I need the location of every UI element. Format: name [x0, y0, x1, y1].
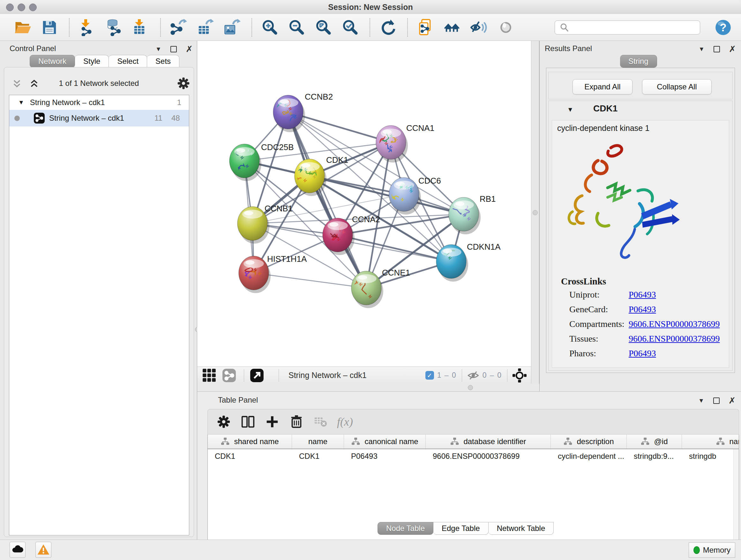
node-count: 11 [154, 114, 162, 123]
network-node-RB1[interactable] [449, 197, 481, 234]
column-header-name[interactable]: name [292, 435, 344, 449]
tab-network-table[interactable]: Network Table [488, 522, 554, 535]
import-network-icon[interactable] [78, 19, 96, 36]
string-home-icon[interactable] [444, 19, 461, 36]
network-row[interactable]: String Network – cdk1 11 48 [9, 110, 189, 126]
panel-maximize-icon[interactable] [714, 46, 720, 52]
tab-sets[interactable]: Sets [147, 55, 179, 68]
column-header-namespace[interactable]: namespace [682, 435, 739, 449]
gene-name: CDK1 [593, 104, 617, 114]
open-in-cytoscape-web-icon[interactable] [417, 19, 434, 36]
panel-float-icon[interactable]: ▼ [698, 397, 704, 404]
shared-column-icon [220, 437, 230, 446]
canvas-results-splitter[interactable] [531, 41, 539, 391]
refresh-network-view-icon[interactable] [379, 19, 396, 36]
network-node-CCNE1[interactable] [349, 271, 383, 308]
export-image-icon[interactable] [223, 19, 241, 36]
network-node-CCNB2[interactable] [273, 95, 305, 132]
panel-maximize-icon[interactable] [171, 46, 177, 52]
enhanced-graphics-show-icon[interactable] [497, 19, 515, 36]
network-node-CCNA2[interactable] [323, 218, 354, 255]
cell-canonical-name[interactable]: P06493 [344, 452, 426, 461]
tree-expander-icon[interactable]: ▼ [18, 99, 24, 106]
export-table-icon[interactable] [197, 19, 214, 36]
zoom-in-icon[interactable] [261, 19, 278, 36]
zoom-selected-icon[interactable] [341, 19, 359, 36]
zoom-out-icon[interactable] [288, 19, 305, 36]
panel-float-icon[interactable]: ▼ [698, 46, 704, 53]
panel-close-icon[interactable]: ✗ [186, 44, 193, 54]
help-icon[interactable]: ? [715, 19, 731, 36]
collapse-all-button[interactable]: Collapse All [642, 79, 712, 95]
column-label: shared name [234, 437, 279, 446]
crosslink-genecard-link[interactable]: P06493 [629, 304, 656, 314]
tab-node-table[interactable]: Node Table [378, 522, 433, 535]
panel-float-icon[interactable]: ▼ [155, 46, 161, 53]
network-node-HIST1H1A[interactable] [239, 256, 271, 293]
column-header-database-identifier[interactable]: database identifier [426, 435, 551, 449]
settings-gear-icon[interactable] [216, 414, 231, 429]
crosslink-pharos-link[interactable]: P06493 [629, 348, 656, 358]
expand-collapse-box: Expand All Collapse All [548, 72, 733, 99]
section-collapse-icon[interactable]: ▼ [567, 106, 574, 113]
network-node-CDKN1A[interactable] [436, 245, 468, 282]
expand-all-button[interactable]: Expand All [572, 79, 632, 95]
results-panel-title: Results Panel [545, 44, 592, 53]
column-header-description[interactable]: description [551, 435, 627, 449]
function-builder-icon[interactable]: f(x) [337, 414, 353, 429]
memory-status-icon [693, 546, 700, 554]
selected-checkbox-icon[interactable]: ✓ [425, 371, 434, 380]
column-header-shared-name[interactable]: shared name [208, 435, 292, 449]
cell-namespace[interactable]: stringdb [682, 452, 739, 461]
network-collection-row[interactable]: ▼ String Network – cdk1 1 [9, 95, 189, 110]
node-label-CDC6: CDC6 [418, 176, 441, 186]
tab-style[interactable]: Style [75, 55, 109, 68]
zoom-fit-icon[interactable] [315, 19, 332, 36]
crosslink-tissues-link[interactable]: 9606.ENSP00000378699 [629, 334, 720, 344]
split-columns-icon[interactable] [240, 414, 256, 429]
gene-details: cyclin-dependent kinase 1 [552, 120, 729, 368]
search-icon [559, 23, 569, 32]
search-input[interactable] [555, 20, 700, 35]
save-session-icon[interactable] [41, 19, 58, 36]
fit-crosshair-icon[interactable] [513, 368, 527, 382]
node-label-CDC25B: CDC25B [261, 142, 294, 152]
cell-description[interactable]: cyclin-dependent ... [551, 452, 627, 461]
panel-maximize-icon[interactable] [713, 397, 720, 404]
cell--id[interactable]: stringdb:9... [627, 452, 682, 461]
delete-row-icon[interactable] [289, 414, 304, 429]
grid-view-icon[interactable] [202, 368, 217, 383]
open-in-new-icon[interactable] [249, 368, 265, 383]
import-table-icon[interactable] [132, 19, 149, 36]
network-node-CCNA1[interactable] [376, 125, 408, 163]
tab-string[interactable]: String [620, 55, 657, 68]
panel-close-icon[interactable]: ✗ [729, 44, 736, 54]
cell-shared-name[interactable]: CDK1 [208, 452, 292, 461]
open-session-icon[interactable] [14, 19, 31, 36]
network-options-gear-icon[interactable] [177, 76, 191, 90]
network-tree: ▼ String Network – cdk1 1 String Network… [9, 95, 189, 536]
tab-select[interactable]: Select [109, 55, 147, 68]
memory-button[interactable]: Memory [689, 543, 735, 558]
column-header--id[interactable]: @id [627, 435, 682, 449]
warning-button[interactable] [36, 542, 51, 558]
enhanced-graphics-hide-icon[interactable] [470, 19, 488, 36]
tab-edge-table[interactable]: Edge Table [433, 522, 488, 535]
column-header-canonical-name[interactable]: canonical name [344, 435, 426, 449]
cloud-button[interactable] [10, 542, 25, 558]
share-view-icon[interactable] [221, 368, 237, 383]
export-network-icon[interactable] [170, 19, 187, 36]
crosslink-uniprot-link[interactable]: P06493 [629, 290, 656, 300]
toolbar-divider [407, 18, 408, 37]
crosslink-compartments-link[interactable]: 9606.ENSP00000378699 [629, 319, 720, 329]
clear-table-icon[interactable] [313, 414, 328, 429]
panel-close-icon[interactable]: ✗ [729, 395, 736, 406]
network-canvas[interactable]: CCNB2CCNA1CDC25BCDK1CDC6RB1CCNB1CCNA2CDK… [197, 41, 531, 367]
add-row-icon[interactable] [265, 414, 280, 429]
network-node-CDC25B[interactable] [229, 142, 261, 181]
cell-database-identifier[interactable]: 9606.ENSP00000378699 [426, 452, 551, 461]
network-node-CDK1[interactable] [293, 159, 327, 196]
tab-network[interactable]: Network [30, 55, 75, 68]
import-network-from-database-icon[interactable] [105, 19, 123, 36]
cell-name[interactable]: CDK1 [292, 452, 344, 461]
